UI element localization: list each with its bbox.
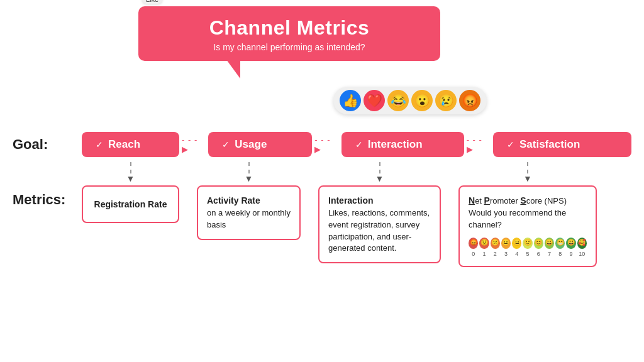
check-reach: ✓: [96, 140, 103, 150]
dashed-v-usage: [248, 162, 250, 173]
nps-body: Would you recommend the channel?: [469, 207, 587, 231]
arrow-down-usage: ▼: [245, 173, 253, 184]
metrics-row: Metrics: Registration Rate Activity Rate…: [13, 185, 631, 267]
connector-interaction: ▼: [318, 162, 441, 184]
goal-satisfaction-label: Satisfaction: [519, 138, 580, 151]
nps-num-5: 5: [523, 250, 532, 258]
connector-satisfaction: ▼: [458, 162, 597, 184]
emoji-wow: 😮: [411, 90, 433, 111]
nps-n: N: [469, 196, 475, 206]
check-satisfaction: ✓: [507, 140, 514, 150]
nps-p: P: [484, 196, 490, 206]
goal-interaction-col: ✓ Interaction: [341, 132, 464, 157]
metric-satisfaction-col: Net Promoter Score (NPS) Would you recom…: [458, 185, 597, 267]
nps-face-4: 😐: [512, 238, 521, 249]
main-title: Channel Metrics: [157, 16, 421, 40]
metric-usage-col: Activity Rate on a weekly or monthly bas…: [197, 185, 301, 240]
goal-satisfaction-pill: ✓ Satisfaction: [493, 132, 631, 157]
subtitle: Is my channel performing as intended?: [157, 42, 421, 52]
check-interaction: ✓: [355, 140, 363, 150]
emoji-sad: 😢: [435, 90, 457, 111]
dashed-v-interaction: [379, 162, 380, 173]
nps-title-line: Net Promoter Score (NPS): [469, 194, 587, 207]
goal-usage-label: Usage: [235, 138, 267, 151]
nps-face-0: 😡: [469, 238, 478, 249]
nps-num-6: 6: [534, 250, 543, 258]
goal-interaction-pill: ✓ Interaction: [341, 132, 464, 157]
metric-reach-col: Registration Rate: [82, 185, 179, 223]
slide: Like Channel Metrics Is my channel perfo…: [0, 0, 644, 362]
title-bubble: Like Channel Metrics Is my channel perfo…: [138, 6, 440, 61]
arrow-down-satisfaction: ▼: [523, 173, 532, 184]
metric-activity-body: on a weekly or monthly basis: [207, 208, 291, 229]
emoji-like: 👍: [340, 90, 361, 111]
goal-usage-col: ✓ Usage: [208, 132, 312, 157]
connector-usage: ▼: [197, 162, 301, 184]
nps-num-3: 3: [501, 250, 511, 258]
nps-face-8: 😁: [555, 238, 565, 249]
metric-interaction-box: Interaction Likes, reactions, comments, …: [318, 185, 441, 263]
metric-interaction-col: Interaction Likes, reactions, comments, …: [318, 185, 441, 263]
metric-registration-box: Registration Rate: [82, 185, 179, 223]
goal-usage-pill: ✓ Usage: [208, 132, 312, 157]
nps-face-7: 😀: [545, 238, 554, 249]
goal-satisfaction-col: ✓ Satisfaction: [493, 132, 631, 157]
nps-face-6: 😊: [534, 238, 543, 249]
dashed-v-satisfaction: [527, 162, 528, 173]
nps-num-4: 4: [512, 250, 521, 258]
nps-num-8: 8: [555, 250, 565, 258]
nps-num-1: 1: [479, 250, 489, 258]
nps-num-0: 0: [469, 250, 478, 258]
dotted-arrow-3: - - - ▶: [467, 135, 491, 154]
goal-reach-pill: ✓ Reach: [82, 132, 179, 157]
metric-activity-title: Activity Rate: [207, 195, 260, 206]
check-usage: ✓: [222, 140, 230, 150]
nps-num-10: 10: [577, 250, 587, 258]
goal-reach-col: ✓ Reach: [82, 132, 179, 157]
nps-num-9: 9: [566, 250, 575, 258]
metric-nps-box: Net Promoter Score (NPS) Would you recom…: [458, 185, 597, 267]
goals-row: Goal: ✓ Reach - - - ▶ ✓ Usage - - - ▶ ✓: [13, 132, 631, 157]
emoji-angry: 😡: [459, 90, 480, 111]
nps-face-10: 🥰: [577, 238, 587, 249]
nps-face-3: 😐: [501, 238, 511, 249]
arrow-down-interaction: ▼: [375, 173, 384, 184]
nps-scale: 😡 😟 😕 😐 😐 🙂 😊 😀 😁 😃 🥰 0: [469, 238, 587, 258]
nps-face-5: 🙂: [523, 238, 532, 249]
nps-face-1: 😟: [479, 238, 489, 249]
nps-s: S: [520, 196, 526, 206]
metric-interaction-body: Likes, reactions, comments, event regist…: [328, 208, 430, 253]
emoji-haha: 😂: [387, 90, 409, 111]
dotted-arrow-2: - - - ▶: [314, 135, 338, 154]
connectors-row: ▼ ▼ ▼ ▼: [13, 162, 631, 184]
nps-face-2: 😕: [491, 238, 500, 249]
nps-faces-row: 😡 😟 😕 😐 😐 🙂 😊 😀 😁 😃 🥰: [469, 238, 587, 249]
nps-nums-row: 0 1 2 3 4 5 6 7 8 9 10: [469, 250, 587, 258]
arrow-reach-usage: - - - ▶: [182, 135, 206, 154]
connector-reach: ▼: [82, 162, 179, 184]
dashed-v-reach: [130, 162, 131, 173]
nps-num-7: 7: [545, 250, 554, 258]
metrics-label: Metrics:: [13, 185, 82, 208]
metric-activity-box: Activity Rate on a weekly or monthly bas…: [197, 185, 301, 240]
emoji-love: ❤️: [364, 90, 385, 111]
dotted-arrow-1: - - - ▶: [182, 135, 206, 154]
arrow-usage-interaction: - - - ▶: [314, 135, 338, 154]
arrow-down-reach: ▼: [126, 173, 135, 184]
metric-interaction-title: Interaction: [328, 195, 374, 206]
nps-num-2: 2: [491, 250, 500, 258]
metric-registration-title: Registration Rate: [94, 198, 167, 211]
arrow-interaction-satisfaction: - - - ▶: [467, 135, 491, 154]
goal-interaction-label: Interaction: [368, 138, 423, 151]
goal-reach-label: Reach: [108, 138, 140, 151]
like-label: Like: [142, 0, 162, 4]
emoji-reactions-row: 👍 ❤️ 😂 😮 😢 😡: [333, 87, 487, 114]
nps-face-9: 😃: [566, 238, 575, 249]
goal-label: Goal:: [13, 136, 82, 153]
